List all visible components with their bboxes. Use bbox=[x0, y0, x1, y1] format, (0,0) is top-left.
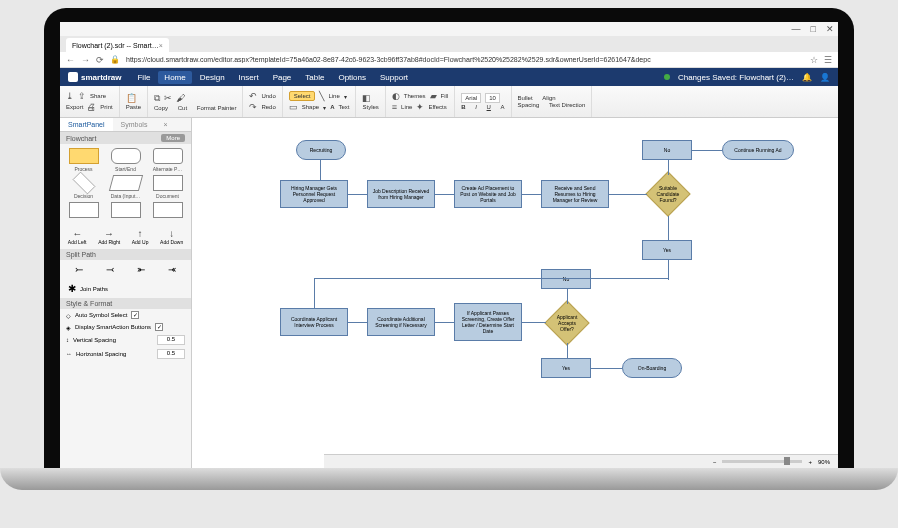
node-n2[interactable]: Job Description Received from Hiring Man… bbox=[367, 180, 435, 208]
node-yes2[interactable]: Yes bbox=[541, 358, 591, 378]
node-n3[interactable]: Create Ad Placement to Post on Website a… bbox=[454, 180, 522, 208]
menu-page[interactable]: Page bbox=[267, 71, 298, 84]
node-n7[interactable]: If Applicant Passes Screening, Create Of… bbox=[454, 303, 522, 341]
bold-button[interactable]: B bbox=[461, 104, 465, 110]
split-2-icon[interactable]: ⤙ bbox=[106, 264, 114, 275]
notification-icon[interactable]: 🔔 bbox=[802, 73, 812, 82]
cut-icon[interactable]: ✂ bbox=[164, 93, 172, 103]
node-continue[interactable]: Continue Running Ad bbox=[722, 140, 794, 160]
back-icon[interactable]: ← bbox=[66, 55, 75, 65]
copy-icon[interactable]: ⧉ bbox=[154, 93, 160, 104]
share-icon[interactable]: ⇪ bbox=[78, 91, 86, 101]
node-onboard[interactable]: On-Boarding bbox=[622, 358, 682, 378]
italic-button[interactable]: I bbox=[475, 104, 477, 110]
align-button[interactable]: Align bbox=[542, 95, 555, 101]
format-painter-icon[interactable]: 🖌 bbox=[176, 93, 185, 103]
more-button[interactable]: More bbox=[161, 134, 185, 142]
paste-icon[interactable]: 📋 bbox=[126, 93, 137, 103]
split-1-icon[interactable]: ⤚ bbox=[75, 264, 83, 275]
node-n6[interactable]: Coordinate Additional Screening if Neces… bbox=[367, 308, 435, 336]
add-left-button[interactable]: ←Add Left bbox=[68, 228, 87, 245]
menu-home[interactable]: Home bbox=[158, 71, 191, 84]
font-name-input[interactable]: Arial bbox=[461, 93, 481, 103]
join-label[interactable]: Join Paths bbox=[80, 286, 108, 292]
forward-icon[interactable]: → bbox=[81, 55, 90, 65]
user-icon[interactable]: 👤 bbox=[820, 73, 830, 82]
redo-icon[interactable]: ↷ bbox=[249, 102, 257, 112]
font-color-icon[interactable]: A bbox=[501, 104, 505, 110]
menu-options[interactable]: Options bbox=[332, 71, 372, 84]
shape-process[interactable]: Process bbox=[64, 148, 103, 172]
zoom-in-icon[interactable]: + bbox=[808, 459, 812, 465]
export-icon[interactable]: ⤓ bbox=[66, 91, 74, 101]
browser-tab[interactable]: Flowchart (2).sdr -- Smart… × bbox=[66, 38, 169, 52]
spacing-button[interactable]: Spacing bbox=[518, 102, 540, 108]
star-icon[interactable]: ☆ bbox=[810, 55, 818, 65]
undo-icon[interactable]: ↶ bbox=[249, 91, 257, 101]
maximize-icon[interactable]: □ bbox=[811, 24, 816, 34]
shape-document[interactable]: Document bbox=[148, 175, 187, 199]
menu-file[interactable]: File bbox=[131, 71, 156, 84]
line-style-icon[interactable]: ≡ bbox=[392, 102, 397, 112]
node-no2[interactable]: No bbox=[541, 269, 591, 289]
menu-insert[interactable]: Insert bbox=[233, 71, 265, 84]
shape-data[interactable]: Data (Input… bbox=[106, 175, 145, 199]
status-bar: − + 90% bbox=[324, 454, 838, 468]
node-n1[interactable]: Hiring Manager Gets Personnel Request Ap… bbox=[280, 180, 348, 208]
node-d2[interactable]: Applicant Accepts Offer? bbox=[544, 300, 589, 345]
node-n5[interactable]: Coordinate Applicant Interview Process bbox=[280, 308, 348, 336]
zoom-out-icon[interactable]: − bbox=[713, 459, 717, 465]
menu-support[interactable]: Support bbox=[374, 71, 414, 84]
shape-start-end[interactable]: Start/End bbox=[106, 148, 145, 172]
export-label[interactable]: Export bbox=[66, 104, 83, 110]
node-yes1[interactable]: Yes bbox=[642, 240, 692, 260]
line-tool-icon[interactable]: ╲ bbox=[319, 91, 324, 101]
node-n4[interactable]: Receive and Send Resumes to Hiring Manag… bbox=[541, 180, 609, 208]
direction-button[interactable]: Text Direction bbox=[549, 102, 585, 108]
smart-action-checkbox[interactable]: ✓ bbox=[155, 323, 163, 331]
tab-smartpanel[interactable]: SmartPanel bbox=[60, 118, 113, 131]
shape-decision[interactable]: Decision bbox=[64, 175, 103, 199]
add-up-button[interactable]: ↑Add Up bbox=[132, 228, 149, 245]
hspace-input[interactable]: 0.5 bbox=[157, 349, 185, 359]
join-icon[interactable]: ✱ bbox=[68, 283, 76, 294]
close-icon[interactable]: ✕ bbox=[826, 24, 834, 34]
menu-design[interactable]: Design bbox=[194, 71, 231, 84]
shape-alternate[interactable]: Alternate P… bbox=[148, 148, 187, 172]
font-size-input[interactable]: 10 bbox=[485, 93, 500, 103]
effects-icon[interactable]: ✦ bbox=[416, 102, 424, 112]
vspace-input[interactable]: 0.5 bbox=[157, 335, 185, 345]
split-3-icon[interactable]: ⤜ bbox=[137, 264, 145, 275]
shape-extra1[interactable] bbox=[64, 202, 103, 220]
reload-icon[interactable]: ⟳ bbox=[96, 55, 104, 65]
tab-close-icon[interactable]: × bbox=[155, 118, 175, 131]
minimize-icon[interactable]: — bbox=[792, 24, 801, 34]
add-down-button[interactable]: ↓Add Down bbox=[160, 228, 183, 245]
shape-extra3[interactable] bbox=[148, 202, 187, 220]
menu-table[interactable]: Table bbox=[299, 71, 330, 84]
tab-close-icon[interactable]: × bbox=[159, 42, 163, 49]
node-recruiting[interactable]: Recruiting bbox=[296, 140, 346, 160]
flowchart-canvas[interactable]: Recruiting No Continue Running Ad Hiring… bbox=[192, 118, 838, 468]
url-text[interactable]: https://cloud.smartdraw.com/editor.aspx?… bbox=[126, 56, 804, 63]
themes-icon[interactable]: ◐ bbox=[392, 91, 400, 101]
zoom-slider[interactable] bbox=[722, 460, 802, 463]
node-d1[interactable]: Suitable Candidate Found? bbox=[645, 171, 690, 216]
underline-button[interactable]: U bbox=[487, 104, 491, 110]
styles-icon[interactable]: ◧ bbox=[362, 93, 371, 103]
auto-symbol-checkbox[interactable]: ✓ bbox=[131, 311, 139, 319]
split-4-icon[interactable]: ⤛ bbox=[168, 264, 176, 275]
node-no1[interactable]: No bbox=[642, 140, 692, 160]
bullet-button[interactable]: Bullet bbox=[518, 95, 533, 101]
shape-icon[interactable]: ▭ bbox=[289, 102, 298, 112]
select-button[interactable]: Select bbox=[289, 91, 316, 101]
tab-symbols[interactable]: Symbols bbox=[113, 118, 156, 131]
menu-icon[interactable]: ☰ bbox=[824, 55, 832, 65]
shape-extra2[interactable] bbox=[106, 202, 145, 220]
add-right-button[interactable]: →Add Right bbox=[98, 228, 120, 245]
app-header: smartdraw File Home Design Insert Page T… bbox=[60, 68, 838, 86]
app-logo[interactable]: smartdraw bbox=[68, 72, 121, 82]
paste-label[interactable]: Paste bbox=[126, 104, 141, 110]
fill-icon[interactable]: ▰ bbox=[430, 91, 437, 101]
print-icon[interactable]: 🖨 bbox=[87, 102, 96, 112]
